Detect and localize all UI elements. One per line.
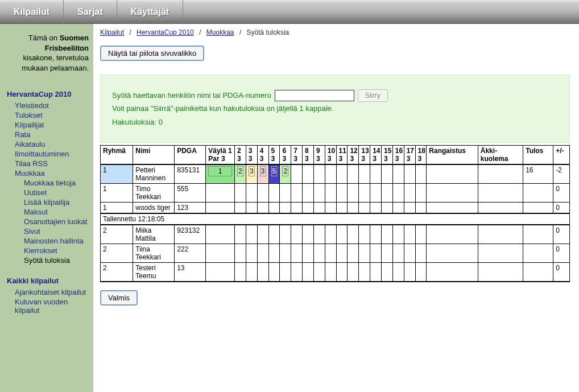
cell-score[interactable] [257, 164, 268, 184]
cell-score[interactable] [359, 184, 370, 203]
cell-score[interactable] [235, 203, 246, 214]
cell-score[interactable] [348, 244, 359, 263]
score-input[interactable] [260, 166, 266, 176]
sidebar-link[interactable]: Tulokset [15, 110, 91, 120]
cell-score[interactable] [392, 263, 404, 282]
cell-score[interactable] [303, 203, 314, 214]
cell-rangaistus[interactable] [427, 225, 478, 244]
cell-score[interactable] [268, 225, 280, 244]
cell-score[interactable] [415, 203, 427, 214]
cell-score[interactable] [336, 263, 348, 282]
cell-score[interactable] [359, 244, 370, 263]
breadcrumb-link[interactable]: Muokkaa [206, 28, 234, 36]
score-input[interactable] [271, 166, 278, 176]
cell-akkikuolema[interactable] [478, 244, 523, 263]
cell-rangaistus[interactable] [427, 263, 478, 282]
cell-score[interactable] [280, 225, 291, 244]
cell-score[interactable] [325, 244, 336, 263]
cell-score[interactable] [246, 203, 257, 214]
cell-rangaistus[interactable] [427, 244, 478, 263]
cell-score[interactable] [246, 263, 257, 282]
cell-score[interactable] [348, 164, 359, 184]
cell-score[interactable] [381, 184, 392, 203]
cell-score[interactable] [415, 164, 427, 184]
cell-score[interactable] [291, 203, 303, 214]
breadcrumb-link[interactable]: HervantaCup 2010 [137, 28, 194, 36]
cell-score[interactable] [348, 203, 359, 214]
score-input[interactable] [249, 166, 255, 176]
cell-akkikuolema[interactable] [478, 164, 523, 184]
cell-score[interactable] [235, 225, 246, 244]
sidebar-link[interactable]: Muokkaa [15, 168, 91, 178]
cell-score[interactable] [392, 164, 404, 184]
cell-score[interactable] [415, 263, 427, 282]
cell-score[interactable] [370, 203, 382, 214]
cell-score[interactable] [404, 263, 415, 282]
cell-score[interactable] [325, 164, 336, 184]
cell-rangaistus[interactable] [427, 203, 478, 214]
cell-score[interactable] [206, 244, 235, 263]
cell-score[interactable] [280, 184, 291, 203]
score-input[interactable] [237, 166, 243, 176]
sidebar-sublink[interactable]: Osanottajien luokat [24, 217, 91, 226]
cell-score[interactable] [268, 203, 280, 214]
cell-score[interactable] [325, 263, 336, 282]
cell-score[interactable] [291, 164, 303, 184]
cell-score[interactable] [235, 164, 246, 184]
cell-score[interactable] [206, 225, 235, 244]
cell-score[interactable] [359, 263, 370, 282]
score-input[interactable] [208, 166, 232, 176]
cell-score[interactable] [280, 203, 291, 214]
cell-score[interactable] [313, 203, 325, 214]
cell-score[interactable] [359, 164, 370, 184]
toggle-sidemenu-button[interactable]: Näytä tai piilota sivuvalikko [100, 46, 204, 61]
cell-score[interactable] [303, 164, 314, 184]
cell-score[interactable] [303, 184, 314, 203]
sidebar-sublink[interactable]: Mainosten hallinta [24, 236, 91, 246]
cell-score[interactable] [246, 244, 257, 263]
cell-score[interactable] [325, 225, 336, 244]
cell-score[interactable] [392, 184, 404, 203]
cell-score[interactable] [370, 164, 382, 184]
cell-score[interactable] [291, 184, 303, 203]
cell-score[interactable] [313, 244, 325, 263]
cell-score[interactable] [404, 184, 415, 203]
cell-score[interactable] [336, 225, 348, 244]
cell-score[interactable] [206, 164, 235, 184]
sidebar-link[interactable]: Tilaa RSS [15, 159, 91, 168]
sidebar-sublink[interactable]: Uutiset [24, 188, 91, 197]
cell-score[interactable] [235, 263, 246, 282]
cell-score[interactable] [235, 184, 246, 203]
valmis-button[interactable]: Valmis [100, 290, 138, 306]
cell-score[interactable] [359, 225, 370, 244]
sidebar-link[interactable]: Rata [15, 130, 91, 139]
cell-score[interactable] [313, 225, 325, 244]
cell-score[interactable] [370, 263, 382, 282]
cell-score[interactable] [415, 244, 427, 263]
nav-sarjat[interactable]: Sarjat [64, 0, 117, 23]
cell-score[interactable] [206, 203, 235, 214]
cell-score[interactable] [336, 244, 348, 263]
nav-kilpailut[interactable]: Kilpailut [0, 0, 64, 23]
cell-score[interactable] [404, 225, 415, 244]
cell-score[interactable] [280, 263, 291, 282]
cell-score[interactable] [415, 225, 427, 244]
cell-score[interactable] [206, 263, 235, 282]
nav-kayttajat[interactable]: Käyttäjät [117, 0, 184, 23]
cell-score[interactable] [370, 225, 382, 244]
score-input[interactable] [282, 166, 288, 176]
cell-score[interactable] [381, 164, 392, 184]
cell-rangaistus[interactable] [427, 184, 478, 203]
cell-score[interactable] [303, 263, 314, 282]
sidebar-link[interactable]: Kilpailijat [15, 120, 91, 130]
cell-score[interactable] [381, 244, 392, 263]
cell-akkikuolema[interactable] [478, 203, 523, 214]
cell-score[interactable] [268, 263, 280, 282]
cell-score[interactable] [415, 184, 427, 203]
cell-score[interactable] [235, 244, 246, 263]
cell-akkikuolema[interactable] [478, 225, 523, 244]
cell-score[interactable] [257, 244, 268, 263]
cell-score[interactable] [381, 203, 392, 214]
cell-score[interactable] [257, 203, 268, 214]
cell-score[interactable] [303, 244, 314, 263]
